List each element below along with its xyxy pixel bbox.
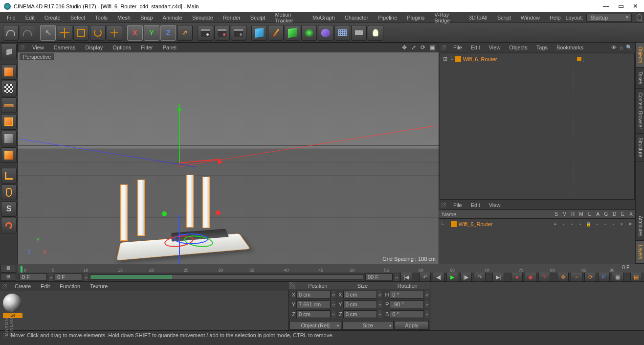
tweak-mode[interactable] bbox=[1, 184, 17, 200]
layers-body[interactable]: └ Wifi_6_Router ● ▪ ▪ ▪ 🔒 ▪ ▪ ▪ ▾ ✖ bbox=[439, 219, 635, 264]
vp-menu-view[interactable]: View bbox=[27, 45, 49, 50]
op-menu-edit[interactable]: Edit bbox=[466, 45, 485, 50]
goto-end-button[interactable]: ▶| bbox=[492, 272, 504, 282]
tl-opt1[interactable]: ▦ bbox=[0, 265, 16, 273]
menu-edit[interactable]: Edit bbox=[21, 15, 40, 21]
tab-takes[interactable]: Takes bbox=[636, 68, 644, 89]
layout-dropdown[interactable]: Startup bbox=[586, 14, 632, 22]
maximize-button[interactable]: ▭ bbox=[618, 2, 624, 10]
apply-button[interactable]: Apply bbox=[395, 321, 429, 330]
vp-pan-icon[interactable]: ✥ bbox=[402, 44, 407, 51]
vp-toggle-icon[interactable]: ▣ bbox=[430, 44, 435, 51]
menu-character[interactable]: Character bbox=[340, 15, 373, 21]
vp-menu-options[interactable]: Options bbox=[108, 45, 136, 50]
layer-flag[interactable]: ▪ bbox=[601, 222, 609, 227]
op-menu-bookmarks[interactable]: Bookmarks bbox=[552, 45, 588, 50]
materials-area[interactable]: wf bbox=[0, 291, 288, 330]
playhead[interactable] bbox=[21, 266, 22, 273]
rotate-tool[interactable] bbox=[90, 25, 106, 41]
vp-zoom-icon[interactable]: ⤢ bbox=[411, 44, 416, 51]
polygon-mode[interactable] bbox=[1, 147, 17, 163]
undo-button[interactable] bbox=[3, 25, 19, 41]
key-rot-button[interactable]: ⟳ bbox=[584, 272, 596, 282]
menu-sculpt[interactable]: Sculpt bbox=[245, 15, 270, 21]
add-spline-button[interactable] bbox=[268, 25, 284, 41]
point-mode[interactable] bbox=[1, 114, 17, 130]
add-environment-button[interactable] bbox=[334, 25, 350, 41]
expand-icon[interactable]: ⊞ bbox=[443, 56, 447, 62]
record-key-button[interactable]: ● bbox=[511, 272, 523, 282]
rot-h-field[interactable]: 0 ° bbox=[390, 291, 424, 299]
add-camera-button[interactable] bbox=[351, 25, 367, 41]
next-frame-button[interactable]: |▶ bbox=[460, 272, 472, 282]
op-menu-tags[interactable]: Tags bbox=[532, 45, 552, 50]
rot-b-field[interactable]: 0 ° bbox=[390, 310, 424, 318]
stepper[interactable]: ▴▾ bbox=[84, 274, 88, 281]
rot-p-field[interactable]: -90 ° bbox=[390, 300, 424, 308]
key-scale-button[interactable]: ▫ bbox=[571, 272, 582, 282]
tab-objects[interactable]: Objects bbox=[636, 43, 644, 68]
add-generator-button[interactable] bbox=[285, 25, 300, 41]
grip-icon[interactable] bbox=[289, 282, 295, 289]
frame-end-field[interactable]: 90 F bbox=[365, 274, 393, 281]
mat-menu-edit[interactable]: Edit bbox=[36, 283, 55, 289]
size-y-field[interactable]: 0 cm bbox=[343, 300, 378, 308]
model-mode[interactable] bbox=[1, 64, 17, 80]
viewport-3d[interactable]: Y X Z Grid Spacing : 100 cm bbox=[18, 52, 439, 264]
render-pv-button[interactable] bbox=[214, 25, 230, 41]
layer-flag[interactable]: ▾ bbox=[618, 222, 626, 227]
add-light-button[interactable] bbox=[368, 25, 383, 41]
tab-content-browser[interactable]: Content Browser bbox=[636, 89, 644, 133]
coord-mode-dropdown[interactable]: Object (Rel) bbox=[289, 321, 341, 330]
goto-start-button[interactable]: |◀ bbox=[400, 272, 412, 282]
menu-tools[interactable]: Tools bbox=[90, 15, 112, 21]
select-tool[interactable]: ↖ bbox=[40, 25, 56, 41]
size-z-field[interactable]: 0 cm bbox=[343, 310, 378, 318]
last-tool[interactable] bbox=[107, 25, 122, 41]
close-button[interactable]: ✕ bbox=[633, 2, 638, 10]
lp-menu-edit[interactable]: Edit bbox=[466, 202, 485, 208]
mat-menu-create[interactable]: Create bbox=[10, 283, 36, 289]
layer-flag[interactable]: ▪ bbox=[593, 222, 601, 227]
menu-animate[interactable]: Animate bbox=[158, 15, 187, 21]
move-tool[interactable] bbox=[57, 25, 72, 41]
snap-toggle[interactable]: S bbox=[1, 201, 17, 217]
autokey-button[interactable]: ◉ bbox=[525, 272, 536, 282]
router-model[interactable] bbox=[115, 189, 252, 258]
key-param-button[interactable]: P bbox=[598, 272, 610, 282]
layer-name[interactable]: Wifi_6_Router bbox=[459, 221, 551, 227]
menu-vray[interactable]: V-Ray Bridge bbox=[429, 12, 464, 23]
layer-flag[interactable]: ● bbox=[551, 222, 559, 227]
menu-script[interactable]: Script bbox=[492, 15, 516, 21]
coord-system[interactable]: ⇗ bbox=[177, 25, 193, 41]
texture-mode[interactable] bbox=[1, 81, 17, 96]
play-button[interactable]: ▶ bbox=[446, 272, 458, 282]
render-view-button[interactable] bbox=[198, 25, 213, 41]
mat-menu-texture[interactable]: Texture bbox=[85, 283, 112, 289]
prev-frame-button[interactable]: ◀| bbox=[433, 272, 444, 282]
workplane-mode[interactable] bbox=[1, 97, 17, 113]
visibility-dots[interactable]: : bbox=[583, 55, 585, 63]
layer-flag[interactable]: ▪ bbox=[559, 222, 568, 227]
menu-mesh[interactable]: Mesh bbox=[112, 15, 135, 21]
menu-help[interactable]: Help bbox=[545, 15, 566, 21]
op-menu-objects[interactable]: Objects bbox=[505, 45, 532, 50]
add-primitive-button[interactable] bbox=[251, 25, 267, 41]
add-deformer-button[interactable] bbox=[318, 25, 333, 41]
size-x-field[interactable]: 0 cm bbox=[343, 291, 378, 299]
z-axis-lock[interactable]: Z bbox=[160, 25, 176, 41]
layer-flag[interactable]: ▪ bbox=[609, 222, 618, 227]
op-menu-file[interactable]: File bbox=[449, 45, 466, 50]
menu-3dtoall[interactable]: 3DToAll bbox=[464, 15, 492, 21]
menu-create[interactable]: Create bbox=[40, 15, 66, 21]
menu-select[interactable]: Select bbox=[66, 15, 90, 21]
scale-tool[interactable] bbox=[73, 25, 89, 41]
menu-window[interactable]: Window bbox=[516, 15, 545, 21]
menu-file[interactable]: File bbox=[2, 15, 21, 21]
layer-swatch[interactable] bbox=[577, 57, 581, 61]
lp-menu-file[interactable]: File bbox=[449, 202, 466, 208]
op-search-icon[interactable]: 🔍 bbox=[626, 45, 632, 50]
layer-color-swatch[interactable] bbox=[451, 221, 457, 227]
menu-simulate[interactable]: Simulate bbox=[187, 15, 218, 21]
pos-x-field[interactable]: 0 cm bbox=[296, 291, 331, 299]
